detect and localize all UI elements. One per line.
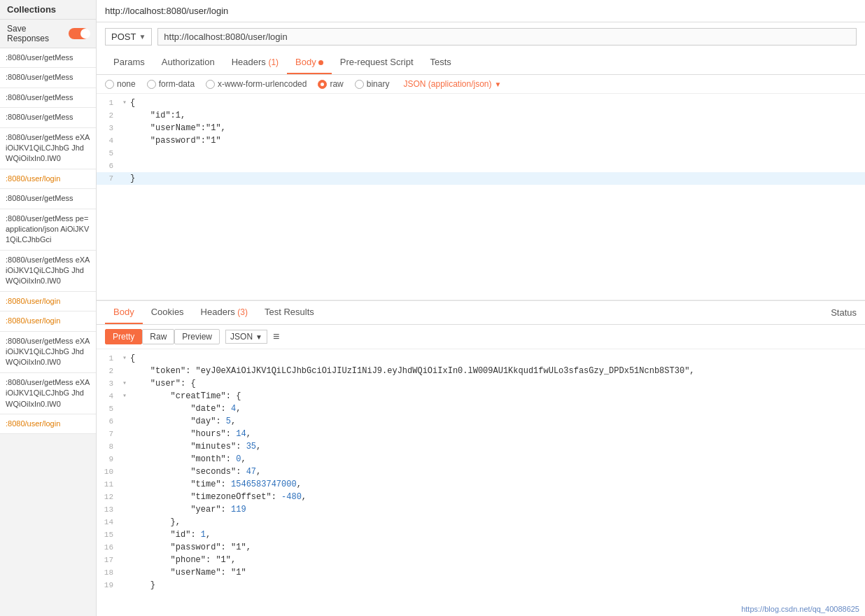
code-line: 3 ▾ "user": {: [97, 377, 865, 390]
request-body-editor[interactable]: 1 ▾ { 2 "id":1, 3 "userName":"1", 4 "pas…: [97, 94, 865, 300]
line-number: 1: [97, 352, 119, 365]
line-gutter: [119, 503, 130, 516]
sidebar-item[interactable]: :8080/user/login: [0, 414, 96, 434]
sidebar-item[interactable]: :8080/user/getMess: [0, 108, 96, 127]
code-line: 11 "time": 1546583747000,: [97, 478, 865, 491]
code-content: {: [130, 352, 135, 365]
code-line: 17 "phone": "1",: [97, 554, 865, 566]
line-gutter: [119, 516, 130, 528]
line-gutter: [119, 478, 130, 491]
sidebar-item[interactable]: :8080/user/login: [0, 169, 96, 189]
line-gutter: [119, 453, 130, 465]
request-tab-headers[interactable]: Headers (1): [223, 51, 287, 74]
line-gutter: [119, 147, 130, 160]
main-panel: http://localhost:8080/user/login POST ▼ …: [97, 0, 865, 616]
line-number: 6: [97, 415, 119, 428]
line-number: 19: [97, 579, 119, 592]
radio-circle: [318, 80, 327, 89]
code-line: 6 "day": 5,: [97, 415, 865, 428]
code-line: 16 "password": "1",: [97, 541, 865, 554]
line-gutter: [119, 528, 130, 541]
code-content: }: [130, 579, 155, 592]
sidebar-item[interactable]: :8080/user/login: [0, 292, 96, 312]
code-content: "minutes": 35,: [130, 440, 261, 453]
sidebar-item[interactable]: :8080/user/login: [0, 312, 96, 331]
line-number: 7: [97, 428, 119, 440]
method-selector[interactable]: POST ▼: [105, 28, 152, 46]
sidebar-item[interactable]: :8080/user/getMess: [0, 68, 96, 88]
code-content: "password":"1": [130, 134, 221, 147]
line-gutter: ▾: [119, 390, 130, 402]
line-number: 2: [97, 365, 119, 377]
code-content: "timezoneOffset": -480,: [130, 491, 307, 503]
code-content: "creatTime": {: [130, 390, 241, 402]
view-button-raw[interactable]: Raw: [142, 329, 174, 344]
body-type-label: raw: [330, 79, 343, 89]
save-responses-row: Save Responses: [0, 20, 96, 48]
request-tab-tests[interactable]: Tests: [422, 51, 460, 74]
response-tab-cookies[interactable]: Cookies: [143, 301, 192, 324]
request-url-input[interactable]: [157, 28, 857, 46]
response-tab-body[interactable]: Body: [105, 301, 143, 324]
code-content: },: [130, 516, 181, 528]
code-content: {: [130, 97, 135, 109]
tab-dot: [318, 60, 323, 65]
line-gutter: [119, 122, 130, 134]
radio-circle: [206, 80, 215, 89]
code-content: "hours": 14,: [130, 428, 251, 440]
sidebar-item[interactable]: :8080/user/getMess pe=application/json A…: [0, 209, 96, 251]
sidebar-item[interactable]: :8080/user/getMess eXAiOiJKV1QiLCJhbG Jh…: [0, 332, 96, 373]
code-line: 13 "year": 119: [97, 503, 865, 516]
body-type-x-www-form-urlencoded[interactable]: x-www-form-urlencoded: [206, 79, 307, 89]
body-type-binary[interactable]: binary: [355, 79, 390, 89]
request-tab-pre-request-script[interactable]: Pre-request Script: [332, 51, 422, 74]
code-line: 3 "userName":"1",: [97, 122, 865, 134]
code-line: 9 "month": 0,: [97, 453, 865, 465]
save-responses-toggle[interactable]: [69, 28, 89, 39]
response-tab-test-results[interactable]: Test Results: [256, 301, 323, 324]
request-tabs: ParamsAuthorizationHeaders (1)BodyPre-re…: [97, 51, 865, 75]
sidebar-item[interactable]: :8080/user/getMess eXAiOiJKV1QiLCJhbG Jh…: [0, 251, 96, 292]
request-tab-authorization[interactable]: Authorization: [153, 51, 223, 74]
line-gutter: [119, 579, 130, 592]
format-selector[interactable]: JSON ▼: [225, 330, 267, 344]
line-number: 10: [97, 465, 119, 478]
sidebar-item[interactable]: :8080/user/getMess: [0, 48, 96, 68]
sidebar-item[interactable]: :8080/user/getMess: [0, 189, 96, 209]
view-button-pretty[interactable]: Pretty: [105, 329, 142, 344]
code-content: }: [130, 172, 135, 185]
view-buttons: PrettyRawPreview: [105, 329, 220, 344]
code-line: 4 ▾ "creatTime": {: [97, 390, 865, 402]
view-button-preview[interactable]: Preview: [174, 329, 220, 344]
line-number: 5: [97, 402, 119, 415]
sidebar-item[interactable]: :8080/user/getMess eXAiOiJKV1QiLCJhbG Jh…: [0, 128, 96, 169]
body-type-raw[interactable]: raw: [318, 79, 343, 89]
body-type-none[interactable]: none: [105, 79, 136, 89]
code-line: 12 "timezoneOffset": -480,: [97, 491, 865, 503]
request-tab-params[interactable]: Params: [105, 51, 153, 74]
json-type-selector[interactable]: JSON (application/json)▼: [403, 79, 501, 89]
sidebar-item[interactable]: :8080/user/getMess eXAiOiJKV1QiLCJhbG Jh…: [0, 373, 96, 414]
code-line: 2 "id":1,: [97, 109, 865, 122]
code-content: "time": 1546583747000,: [130, 478, 302, 491]
code-line: 14 },: [97, 516, 865, 528]
line-gutter: [119, 365, 130, 377]
line-gutter: [119, 134, 130, 147]
response-tab-headers[interactable]: Headers (3): [192, 301, 256, 324]
request-section: POST ▼ ParamsAuthorizationHeaders (1)Bod…: [97, 22, 865, 301]
line-gutter: [119, 491, 130, 503]
code-line: 1 ▾ {: [97, 352, 865, 365]
sidebar-item[interactable]: :8080/user/getMess: [0, 88, 96, 108]
line-number: 12: [97, 491, 119, 503]
code-line: 5 "date": 4,: [97, 402, 865, 415]
request-tab-body[interactable]: Body: [287, 51, 332, 74]
code-content: "id":1,: [130, 109, 185, 122]
body-type-form-data[interactable]: form-data: [147, 79, 195, 89]
code-line: 19 }: [97, 579, 865, 592]
code-content: "token": "eyJ0eXAiOiJKV1QiLCJhbGciOiJIUz…: [130, 365, 695, 377]
code-line: 7 "hours": 14,: [97, 428, 865, 440]
line-number: 4: [97, 390, 119, 402]
wrap-icon[interactable]: ≡: [273, 330, 279, 343]
line-number: 3: [97, 377, 119, 390]
line-number: 1: [97, 97, 119, 109]
